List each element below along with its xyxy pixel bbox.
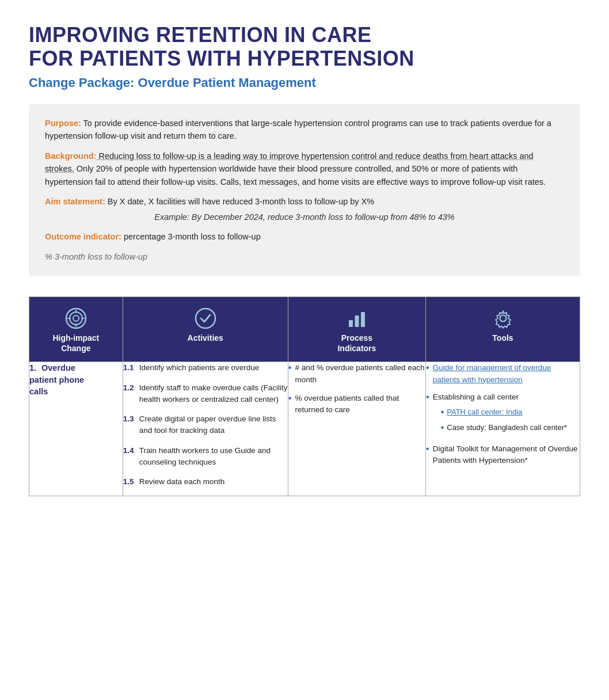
activity-text-2: Identify staff to make overdue calls (Fa… xyxy=(139,382,288,406)
bullet-icon-t1: • xyxy=(426,362,429,386)
activity-3: 1.3 Create digital or paper overdue line… xyxy=(123,413,288,437)
tools-list: • Guide for management of overdue patien… xyxy=(426,362,580,466)
bullet-icon-t3: • xyxy=(426,443,429,467)
gear-icon xyxy=(492,307,514,329)
background-paragraph: Background: Reducing loss to follow-up i… xyxy=(45,150,564,188)
process-text-1: # and % overdue patients called each mon… xyxy=(295,362,425,386)
activity-1: 1.1 Identify which patients are overdue xyxy=(123,362,288,374)
header-change: High-impactChange xyxy=(29,297,123,362)
process-item-2: • % overdue patients called that returne… xyxy=(288,393,425,416)
purpose-paragraph: Purpose: To provide evidence-based inter… xyxy=(45,117,564,143)
tool-item-2: • Establishing a call center • PATH call… xyxy=(426,391,580,438)
process-text-2: % overdue patients called that returned … xyxy=(295,393,425,416)
info-box: Purpose: To provide evidence-based inter… xyxy=(29,104,580,276)
subtitle: Change Package: Overdue Patient Manageme… xyxy=(29,75,580,90)
activity-num-3: 1.3 xyxy=(123,413,136,437)
header-change-label: High-impactChange xyxy=(52,333,99,353)
tool-text-2: Establishing a call center xyxy=(433,393,519,401)
aim-text: By X date, X facilities will have reduce… xyxy=(105,197,374,206)
sub-tool-item-1: • PATH call center: India xyxy=(441,406,567,419)
target-icon xyxy=(65,307,87,329)
sub-tool-link-1[interactable]: PATH call center: India xyxy=(447,406,522,419)
svg-point-1 xyxy=(70,312,82,325)
outcome-italic: % 3-month loss to follow-up xyxy=(45,252,147,261)
sub-bullet-1: • xyxy=(441,406,444,419)
activity-text-5: Review data each month xyxy=(139,476,225,488)
bullet-icon-1: • xyxy=(288,362,292,386)
activity-num-4: 1.4 xyxy=(123,445,136,469)
activity-4: 1.4 Train health workers to use Guide an… xyxy=(123,445,288,469)
svg-rect-5 xyxy=(355,315,359,327)
sub-tool-text-2: Case study: Bangladesh call center* xyxy=(447,422,567,434)
header-process-label: ProcessIndicators xyxy=(337,333,376,353)
svg-rect-6 xyxy=(361,312,365,327)
svg-point-2 xyxy=(73,315,79,321)
change-title: Overduepatient phonecalls xyxy=(29,363,84,396)
outcome-label: Outcome indicator: xyxy=(45,232,121,241)
main-title: IMPROVING RETENTION IN CARE FOR PATIENTS… xyxy=(29,23,580,71)
cell-tools: • Guide for management of overdue patien… xyxy=(426,362,580,496)
tool-link-1[interactable]: Guide for management of overdue patients… xyxy=(433,362,580,386)
header-activities-label: Activities xyxy=(188,333,223,343)
bullet-icon-t2: • xyxy=(426,391,429,438)
activity-5: 1.5 Review data each month xyxy=(123,476,288,488)
checkmark-icon xyxy=(195,307,216,329)
sub-tools-list: • PATH call center: India • Case study: … xyxy=(433,406,567,434)
cell-change: 1. Overduepatient phonecalls xyxy=(29,362,123,496)
svg-point-3 xyxy=(196,309,215,328)
aim-paragraph: Aim statement: By X date, X facilities w… xyxy=(45,195,564,223)
tool-item-3: • Digital Toolkit for Management of Over… xyxy=(426,443,580,467)
svg-point-7 xyxy=(500,315,506,322)
activity-num-2: 1.2 xyxy=(123,382,136,406)
tool-text-3: Digital Toolkit for Management of Overdu… xyxy=(433,443,580,467)
header-tools-label: Tools xyxy=(492,333,513,343)
header-tools: Tools xyxy=(426,297,580,362)
header-process: ProcessIndicators xyxy=(288,297,425,362)
cell-activities: 1.1 Identify which patients are overdue … xyxy=(123,362,288,496)
activity-num-5: 1.5 xyxy=(123,476,136,488)
background-label: Background: xyxy=(45,151,96,161)
tool-item-2-content: Establishing a call center • PATH call c… xyxy=(433,391,567,438)
table-row: 1. Overduepatient phonecalls 1.1 Identif… xyxy=(29,362,580,496)
outcome-italic-paragraph: % 3-month loss to follow-up xyxy=(45,250,564,263)
svg-rect-4 xyxy=(349,320,353,327)
change-number: 1. xyxy=(29,363,36,372)
activity-num-1: 1.1 xyxy=(123,362,136,374)
outcome-paragraph: Outcome indicator: percentage 3-month lo… xyxy=(45,230,564,243)
outcome-text: percentage 3-month loss to follow-up xyxy=(121,232,261,241)
process-list: • # and % overdue patients called each m… xyxy=(288,362,425,416)
sub-tool-item-2: • Case study: Bangladesh call center* xyxy=(441,422,567,434)
tool-item-1: • Guide for management of overdue patien… xyxy=(426,362,580,386)
process-item-1: • # and % overdue patients called each m… xyxy=(288,362,425,386)
aim-label: Aim statement: xyxy=(45,197,105,206)
sub-bullet-2: • xyxy=(441,422,444,434)
bar-chart-icon xyxy=(346,307,368,329)
background-rest: Only 20% of people with hypertension wor… xyxy=(45,164,546,186)
purpose-label: Purpose: xyxy=(45,119,81,128)
purpose-text: To provide evidence-based interventions … xyxy=(45,119,551,140)
cell-process: • # and % overdue patients called each m… xyxy=(288,362,425,496)
bullet-icon-2: • xyxy=(288,393,292,416)
header-activities: Activities xyxy=(123,297,288,362)
activity-2: 1.2 Identify staff to make overdue calls… xyxy=(123,382,288,406)
activity-text-3: Create digital or paper overdue line lis… xyxy=(139,413,288,437)
activity-text-4: Train health workers to use Guide and co… xyxy=(139,445,288,469)
main-table: High-impactChange Activities ProcessIndi… xyxy=(29,296,580,496)
activity-text-1: Identify which patients are overdue xyxy=(139,362,260,374)
aim-example: Example: By December 2024, reduce 3-mont… xyxy=(45,211,564,223)
